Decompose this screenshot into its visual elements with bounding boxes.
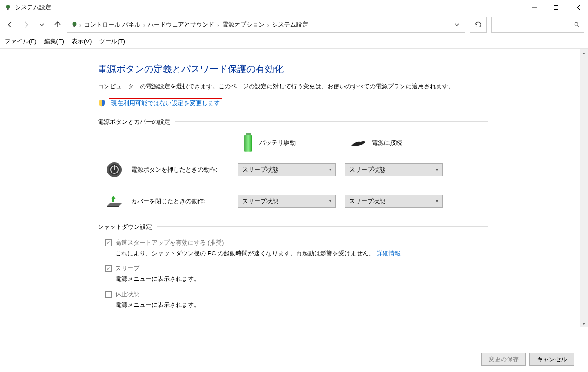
setting-label: カバーを閉じたときの動作: [131,197,238,206]
svg-line-9 [578,26,580,27]
scroll-down-icon[interactable]: ▾ [580,319,588,327]
lid-close-plugged-dropdown[interactable]: スリープ状態▾ [345,195,443,208]
checkbox-description: 電源メニューに表示されます。 [115,300,488,310]
refresh-button[interactable] [470,17,487,33]
power-button-battery-dropdown[interactable]: スリープ状態▾ [238,163,336,176]
titlebar: システム設定 [0,0,588,15]
menu-edit[interactable]: 編集(E) [44,37,64,46]
more-info-link[interactable]: 詳細情報 [377,250,401,257]
recent-dropdown-icon[interactable] [35,18,48,31]
svg-rect-11 [244,135,252,152]
up-button[interactable] [51,18,64,31]
setting-row-lid-close: カバーを閉じたときの動作: スリープ状態▾ スリープ状態▾ [98,191,488,212]
addressbar[interactable]: › コントロール パネル › ハードウェアとサウンド › 電源オプション › シ… [67,17,465,33]
checkbox-label: 高速スタートアップを有効にする (推奨) [115,239,224,247]
checkbox-label: 休止状態 [115,290,139,299]
vertical-scrollbar[interactable]: ▴ ▾ [580,49,588,327]
minimize-button[interactable] [524,0,545,15]
svg-rect-1 [7,8,9,11]
save-button[interactable]: 変更の保存 [481,353,526,366]
col-header-plugged: 電源に接続 [349,133,456,152]
checkbox-label: スリープ [115,264,139,272]
chevron-right-icon: › [216,21,220,28]
menu-tools[interactable]: ツール(T) [99,37,125,46]
column-headers: バッテリ駆動 電源に接続 [242,133,488,152]
svg-point-8 [575,22,578,26]
control-panel-icon [70,20,79,29]
page-title: 電源ボタンの定義とパスワード保護の有効化 [98,63,488,75]
battery-icon [242,133,255,152]
scroll-up-icon[interactable]: ▴ [580,49,588,57]
search-icon [574,21,580,28]
scroll-track[interactable] [580,57,588,319]
svg-rect-7 [74,26,75,28]
shutdown-item-sleep: ✓ スリープ 電源メニューに表示されます。 [105,264,488,284]
chevron-right-icon: › [142,21,146,28]
lid-close-icon [104,191,125,212]
chevron-right-icon: › [266,21,270,28]
breadcrumb-item[interactable]: システム設定 [270,20,310,29]
lid-close-battery-dropdown[interactable]: スリープ状態▾ [238,195,336,208]
chevron-right-icon: › [79,21,82,28]
app-icon [4,3,12,12]
plug-icon [349,137,367,148]
main-panel: 電源ボタンの定義とパスワード保護の有効化 コンピューターの電源設定を選択できます… [0,49,511,325]
cancel-button[interactable]: キャンセル [529,353,574,366]
change-unavailable-settings-link[interactable]: 現在利用可能ではない設定を変更します [109,98,222,108]
checkbox-description: 電源メニューに表示されます。 [115,274,488,284]
maximize-button[interactable] [545,0,567,15]
checkbox-fast-startup[interactable]: ✓ [105,239,112,246]
col-header-battery: バッテリ駆動 [242,133,349,152]
search-input[interactable] [491,17,584,33]
navbar: › コントロール パネル › ハードウェアとサウンド › 電源オプション › シ… [0,15,588,34]
chevron-down-icon: ▾ [329,167,331,172]
menubar: ファイル(F) 編集(E) 表示(V) ツール(T) [0,34,588,48]
breadcrumb-item[interactable]: ハードウェアとサウンド [146,20,216,29]
breadcrumb-item[interactable]: コントロール パネル [82,20,142,29]
checkbox-description: これにより、シャットダウン後の PC の起動時間が速くなります。再起動は影響を受… [115,249,488,258]
shutdown-item-fast-startup: ✓ 高速スタートアップを有効にする (推奨) これにより、シャットダウン後の P… [105,239,488,258]
setting-label: 電源ボタンを押したときの動作: [131,166,238,174]
section-header-buttons: 電源ボタンとカバーの設定 [98,118,488,126]
shield-icon [98,99,106,107]
breadcrumb-item[interactable]: 電源オプション [220,20,266,29]
footer: 変更の保存 キャンセル [0,346,588,372]
back-button[interactable] [4,18,17,31]
power-button-icon [104,159,125,180]
close-button[interactable] [567,0,588,15]
forward-button[interactable] [20,18,33,31]
address-dropdown-icon[interactable] [452,21,462,28]
chevron-down-icon: ▾ [436,167,438,172]
checkbox-sleep[interactable]: ✓ [105,265,112,272]
svg-rect-3 [554,6,558,10]
menu-view[interactable]: 表示(V) [72,37,92,46]
menu-file[interactable]: ファイル(F) [5,37,37,46]
checkbox-hibernate[interactable] [105,291,112,298]
window-title: システム設定 [15,3,51,12]
admin-link-row: 現在利用可能ではない設定を変更します [98,98,488,108]
power-button-plugged-dropdown[interactable]: スリープ状態▾ [345,163,443,176]
section-header-shutdown: シャットダウン設定 [98,223,488,231]
shutdown-item-hibernate: 休止状態 電源メニューに表示されます。 [105,290,488,310]
svg-rect-10 [246,133,251,135]
content-area: 電源ボタンの定義とパスワード保護の有効化 コンピューターの電源設定を選択できます… [0,48,588,327]
chevron-down-icon: ▾ [436,199,438,204]
setting-row-power-button: 電源ボタンを押したときの動作: スリープ状態▾ スリープ状態▾ [98,159,488,180]
page-description: コンピューターの電源設定を選択できます。このページの設定に対して行う変更は、お使… [98,82,488,92]
chevron-down-icon: ▾ [329,199,331,204]
